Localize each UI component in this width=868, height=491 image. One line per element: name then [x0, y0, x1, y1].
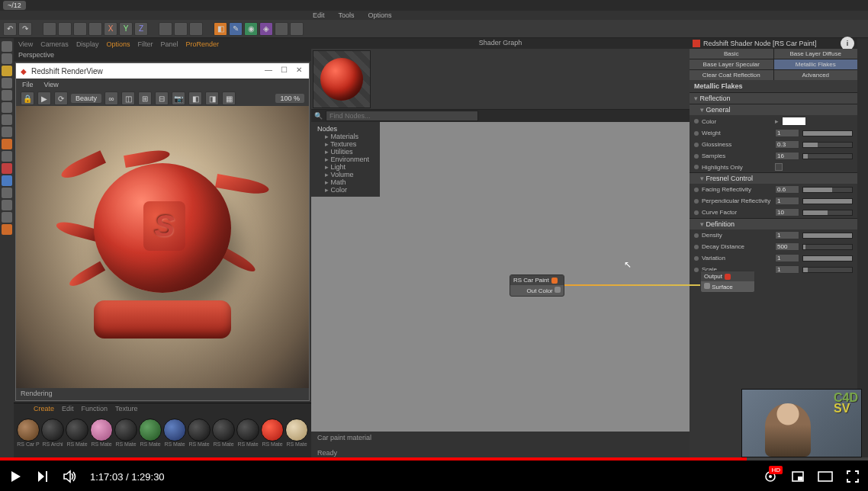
glossiness-input[interactable]: [775, 140, 799, 149]
rail-icon[interactable]: [2, 66, 12, 76]
tab-advanced[interactable]: Advanced: [774, 70, 858, 80]
rail-icon[interactable]: [2, 151, 12, 162]
axis-y-icon[interactable]: Y: [119, 22, 133, 36]
tab-edit[interactable]: Edit: [62, 405, 74, 414]
section-reflection[interactable]: Reflection: [690, 92, 857, 104]
scale-slider[interactable]: [802, 267, 853, 273]
density-input[interactable]: [775, 231, 799, 239]
tab-basic[interactable]: Basic: [690, 49, 773, 59]
node-cat-volume[interactable]: Volume: [325, 171, 374, 178]
curve-input[interactable]: [775, 208, 799, 217]
tool-icon[interactable]: [290, 22, 304, 36]
rail-icon[interactable]: [2, 224, 12, 235]
port-icon[interactable]: [555, 287, 561, 293]
tool-icon[interactable]: [73, 22, 87, 36]
redo-icon[interactable]: ↷: [18, 22, 32, 36]
minimize-icon[interactable]: —: [263, 66, 274, 76]
fullscreen-icon[interactable]: [845, 469, 860, 484]
miniplayer-icon[interactable]: [790, 469, 805, 484]
decay-slider[interactable]: [802, 244, 853, 250]
tool-icon[interactable]: [275, 22, 288, 36]
material-swatch[interactable]: [41, 419, 64, 441]
tab-panel[interactable]: Panel: [160, 40, 178, 48]
rv-tool-icon[interactable]: ⊟: [155, 91, 169, 105]
weight-input[interactable]: [775, 129, 799, 137]
facing-slider[interactable]: [802, 187, 853, 193]
rail-icon[interactable]: [2, 188, 12, 198]
section-definition[interactable]: Definition: [690, 218, 857, 229]
volume-icon[interactable]: [63, 469, 78, 484]
material-swatch[interactable]: [285, 419, 308, 441]
rail-icon[interactable]: [2, 127, 12, 137]
material-preview[interactable]: [313, 50, 371, 108]
material-swatch[interactable]: [90, 419, 113, 441]
material-swatch[interactable]: [163, 419, 186, 441]
samples-slider[interactable]: [802, 153, 853, 159]
rail-icon[interactable]: [2, 53, 12, 64]
render-icon[interactable]: [159, 22, 172, 36]
rail-icon[interactable]: [2, 139, 12, 149]
rail-icon[interactable]: [2, 200, 12, 210]
menu-options[interactable]: Options: [368, 11, 392, 19]
node-cat-light[interactable]: Light: [325, 163, 374, 171]
rail-icon[interactable]: [2, 175, 12, 186]
section-general[interactable]: General: [690, 104, 857, 115]
rv-zoom-dropdown[interactable]: 100 %: [275, 94, 304, 103]
node-cat-math[interactable]: Math: [325, 178, 374, 186]
rail-icon[interactable]: [2, 114, 12, 125]
perp-slider[interactable]: [802, 198, 853, 204]
node-output[interactable]: Output Surface: [700, 271, 755, 293]
deformer-icon[interactable]: ◈: [259, 22, 273, 36]
tab-function[interactable]: Function: [82, 405, 108, 414]
rv-tool-icon[interactable]: ▦: [222, 91, 236, 105]
rv-tool-icon[interactable]: ◨: [205, 91, 219, 105]
tab-prorender[interactable]: ProRender: [185, 40, 219, 48]
tab-filter[interactable]: Filter: [137, 40, 153, 48]
port-icon[interactable]: [704, 283, 710, 289]
rv-mode-dropdown[interactable]: Beauty: [71, 94, 101, 103]
menu-tools[interactable]: Tools: [339, 11, 355, 19]
next-icon[interactable]: [35, 469, 50, 484]
generator-icon[interactable]: ◉: [244, 22, 258, 36]
menu-edit[interactable]: Edit: [313, 11, 325, 19]
facing-input[interactable]: [775, 185, 799, 194]
rv-play-icon[interactable]: ▶: [37, 91, 51, 105]
tab-cameras[interactable]: Cameras: [40, 40, 69, 48]
material-swatch[interactable]: [261, 419, 284, 441]
rv-menu-view[interactable]: View: [44, 81, 59, 88]
tab-metallic-flakes[interactable]: Metallic Flakes: [774, 59, 858, 69]
tab-options[interactable]: Options: [106, 40, 130, 48]
rv-tool-icon[interactable]: ⊞: [138, 91, 152, 105]
rv-snapshot-icon[interactable]: 📷: [172, 91, 185, 105]
tab-texture[interactable]: Texture: [115, 405, 138, 414]
tab-create[interactable]: Create: [34, 405, 54, 414]
rail-icon[interactable]: [2, 41, 12, 52]
material-swatch[interactable]: [66, 419, 88, 441]
close-icon[interactable]: ✕: [294, 66, 304, 76]
decay-input[interactable]: [775, 242, 799, 251]
perp-input[interactable]: [775, 197, 799, 205]
find-nodes-input[interactable]: [326, 111, 478, 121]
material-swatch[interactable]: [17, 419, 40, 441]
material-swatch[interactable]: [114, 419, 137, 441]
rail-icon[interactable]: [2, 102, 12, 113]
curve-slider[interactable]: [802, 210, 853, 216]
maximize-icon[interactable]: ☐: [278, 66, 289, 76]
material-swatch[interactable]: [188, 419, 211, 441]
rail-icon[interactable]: [2, 163, 12, 174]
tab-view[interactable]: View: [18, 40, 33, 48]
picture-viewer-icon[interactable]: [189, 22, 203, 36]
axis-z-icon[interactable]: Z: [134, 22, 148, 36]
tab-base-specular[interactable]: Base Layer Specular: [690, 59, 773, 69]
node-cat-utilities[interactable]: Utilities: [325, 148, 374, 156]
density-slider[interactable]: [802, 233, 853, 239]
material-swatch[interactable]: [236, 419, 259, 441]
tab-clear-coat[interactable]: Clear Coat Reflection: [690, 70, 773, 80]
rail-icon[interactable]: [2, 212, 12, 223]
tool-icon[interactable]: [43, 22, 56, 36]
samples-input[interactable]: [775, 152, 799, 160]
tool-icon[interactable]: [88, 22, 102, 36]
node-cat-materials[interactable]: Materials: [325, 133, 374, 140]
theater-icon[interactable]: [818, 469, 833, 484]
settings-icon[interactable]: HD: [763, 469, 778, 484]
